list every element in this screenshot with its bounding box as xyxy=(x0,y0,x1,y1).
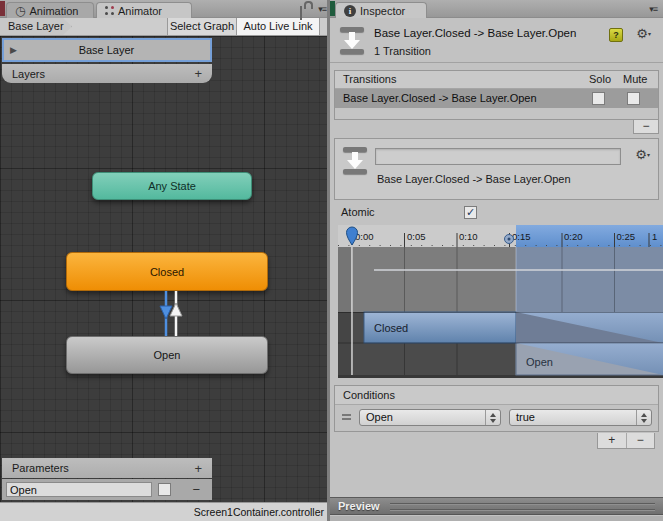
controller-path-label: Screen1Container.controller xyxy=(194,506,324,518)
parameter-name-field[interactable] xyxy=(6,482,152,497)
breadcrumb[interactable]: Base Layer xyxy=(0,18,72,35)
remove-transition-button[interactable]: − xyxy=(633,120,659,134)
animator-icon xyxy=(105,6,114,15)
condition-add-remove-bar: + − xyxy=(597,433,655,449)
preview-bar[interactable]: Preview xyxy=(330,497,663,515)
breadcrumb-label: Base Layer xyxy=(8,20,64,32)
condition-value: true xyxy=(516,411,535,423)
tick-label: 1 xyxy=(652,231,657,242)
bottom-strip xyxy=(330,516,663,521)
mute-column-label: Mute xyxy=(623,71,647,88)
inspector-subtitle: 1 Transition xyxy=(374,45,431,57)
transition-start-marker[interactable] xyxy=(505,235,514,244)
inspector-header: Base Layer.Closed -> Base Layer.Open 1 T… xyxy=(330,18,663,63)
tick-label: 0:20 xyxy=(564,231,583,242)
remove-condition-button[interactable]: − xyxy=(627,433,655,448)
clock-icon: ◷ xyxy=(15,6,25,16)
node-any-state-label: Any State xyxy=(148,180,196,192)
state-machine-graph[interactable]: ▶ Base Layer Layers + Any State Closed O… xyxy=(0,36,330,502)
tab-animation-label: Animation xyxy=(29,5,78,17)
transition-icon xyxy=(343,147,367,174)
open-state-bar[interactable]: Open xyxy=(516,343,663,375)
transition-closed-to-open-arrow[interactable] xyxy=(160,291,172,336)
condition-row: Open true xyxy=(335,405,658,432)
preview-drag-handle[interactable] xyxy=(390,503,655,510)
condition-parameter-dropdown[interactable]: Open xyxy=(359,409,501,426)
gear-icon[interactable]: ⚙▾ xyxy=(635,148,650,162)
lock-icon[interactable] xyxy=(300,6,302,20)
solo-column-label: Solo xyxy=(589,71,611,88)
gear-icon[interactable]: ⚙▾ xyxy=(636,27,651,41)
transition-name-field[interactable] xyxy=(375,148,621,165)
animator-toolbar: Base Layer Select Graph Auto Live Link xyxy=(0,18,330,36)
transition-name-block: ⚙▾ Base Layer.Closed -> Base Layer.Open xyxy=(334,138,659,200)
mute-checkbox[interactable] xyxy=(627,92,640,105)
tick-label: 0:10 xyxy=(459,231,478,242)
transition-icon xyxy=(340,27,364,54)
tick-label: 0:05 xyxy=(407,231,426,242)
transition-open-to-closed-arrow[interactable] xyxy=(170,291,182,336)
closed-state-bar[interactable]: Closed xyxy=(364,312,663,343)
add-parameter-button[interactable]: + xyxy=(194,461,202,476)
transitions-title: Transitions xyxy=(343,71,396,88)
window-edge-accent xyxy=(0,1,5,16)
layers-bar[interactable]: Layers + xyxy=(2,64,212,83)
transitions-list-header: Transitions Solo Mute xyxy=(335,71,658,89)
condition-value-dropdown[interactable]: true xyxy=(509,409,652,426)
transition-row[interactable]: Base Layer.Closed -> Base Layer.Open xyxy=(335,89,658,108)
add-layer-button[interactable]: + xyxy=(194,66,202,81)
play-triangle-icon: ▶ xyxy=(10,45,17,55)
controller-status-bar: Screen1Container.controller xyxy=(0,502,330,521)
auto-live-link-button[interactable]: Auto Live Link xyxy=(236,18,320,35)
tab-inspector-label: Inspector xyxy=(360,5,405,17)
transition-timeline[interactable]: Closed Open 0:00 0:05 0:10 0: xyxy=(338,225,663,378)
atomic-checkbox[interactable]: ✓ xyxy=(464,206,477,219)
inspector-tabbar: i Inspector ▾≡ xyxy=(330,0,663,18)
panel-menu-icon[interactable]: ▾≡ xyxy=(318,4,326,14)
transitions-list: Transitions Solo Mute Base Layer.Closed … xyxy=(334,70,659,120)
drag-handle-icon[interactable] xyxy=(342,414,351,422)
tick-label: 0:25 xyxy=(617,231,636,242)
parameter-row: − xyxy=(2,479,212,500)
inspector-menu-icon[interactable]: ▾≡ xyxy=(649,4,657,14)
parameter-value-checkbox[interactable] xyxy=(158,483,171,496)
parameters-title: Parameters xyxy=(12,462,69,474)
help-icon[interactable]: ? xyxy=(609,28,623,42)
animator-panel: ◷ Animation Animator ▾≡ Base Layer Selec… xyxy=(0,0,330,521)
inspector-title: Base Layer.Closed -> Base Layer.Open xyxy=(374,27,576,39)
transition-row-label: Base Layer.Closed -> Base Layer.Open xyxy=(343,89,537,108)
tick-label: 0:15 xyxy=(512,231,531,242)
select-graph-button[interactable]: Select Graph xyxy=(167,18,237,35)
atomic-label: Atomic xyxy=(341,206,375,218)
transition-name-label: Base Layer.Closed -> Base Layer.Open xyxy=(377,173,571,185)
tab-inspector[interactable]: i Inspector xyxy=(335,2,427,18)
tab-animator[interactable]: Animator xyxy=(96,2,192,18)
conditions-block: Conditions Open true xyxy=(334,385,659,432)
add-condition-button[interactable]: + xyxy=(598,433,627,448)
info-icon: i xyxy=(344,5,356,17)
base-layer-widget[interactable]: ▶ Base Layer xyxy=(2,38,212,62)
tab-animator-label: Animator xyxy=(118,5,162,17)
timeline-canvas: Closed Open 0:00 0:05 0:10 0: xyxy=(338,225,663,378)
node-open-label: Open xyxy=(154,349,181,361)
dropdown-arrows-icon xyxy=(636,410,651,425)
node-open[interactable]: Open xyxy=(66,336,268,374)
svg-text:Closed: Closed xyxy=(374,322,408,334)
layers-bar-label: Layers xyxy=(12,68,45,80)
dropdown-arrows-icon xyxy=(485,410,500,425)
svg-text:Open: Open xyxy=(526,356,553,368)
animator-tabbar: ◷ Animation Animator ▾≡ xyxy=(0,0,330,18)
base-layer-widget-label: Base Layer xyxy=(17,44,196,56)
remove-parameter-button[interactable]: − xyxy=(192,482,208,497)
tab-animation[interactable]: ◷ Animation xyxy=(6,2,94,18)
atomic-row: Atomic ✓ xyxy=(330,206,663,222)
solo-checkbox[interactable] xyxy=(592,92,605,105)
parameters-header[interactable]: Parameters + xyxy=(2,458,212,478)
node-any-state[interactable]: Any State xyxy=(92,172,252,200)
preview-title: Preview xyxy=(330,500,380,512)
conditions-header: Conditions xyxy=(335,386,658,405)
inspector-panel: i Inspector ▾≡ Base Layer.Closed -> Base… xyxy=(330,0,663,521)
transition-arrows xyxy=(140,276,200,340)
condition-parameter-value: Open xyxy=(366,411,393,423)
